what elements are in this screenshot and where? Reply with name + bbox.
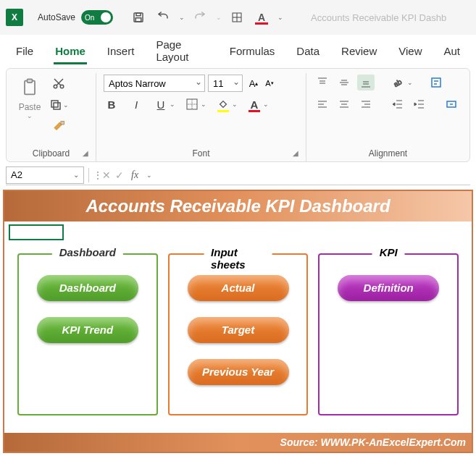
formula-input[interactable] bbox=[152, 166, 470, 184]
ribbon: Paste ⌄ ⌄ Clipboard◢ A▴ A▾ B bbox=[6, 68, 470, 162]
borders-caret[interactable]: ⌄ bbox=[201, 101, 206, 108]
redo-icon[interactable] bbox=[191, 8, 209, 27]
name-box[interactable]: A2⌄ bbox=[6, 166, 84, 184]
cell-reference: A2 bbox=[11, 169, 22, 180]
group-clipboard: Paste ⌄ ⌄ Clipboard◢ bbox=[7, 73, 96, 161]
enter-formula-icon[interactable]: ✓ bbox=[115, 169, 124, 181]
font-color-caret[interactable]: ⌄ bbox=[263, 101, 269, 108]
cancel-formula-icon[interactable]: ✕ bbox=[102, 169, 111, 181]
button-kpi-trend[interactable]: KPI Trend bbox=[37, 317, 138, 343]
card-kpi: KPI Definition bbox=[318, 253, 459, 415]
align-bottom-icon[interactable] bbox=[357, 75, 375, 90]
document-title: Accounts Receivable KPI Dashb bbox=[311, 12, 446, 23]
svg-rect-1 bbox=[136, 13, 141, 16]
copy-icon[interactable]: ⌄ bbox=[49, 96, 69, 114]
paste-caret[interactable]: ⌄ bbox=[27, 112, 33, 119]
decrease-indent-icon[interactable] bbox=[389, 96, 406, 112]
align-center-icon[interactable] bbox=[335, 96, 353, 112]
fx-icon[interactable]: fx bbox=[131, 169, 138, 181]
increase-indent-icon[interactable] bbox=[411, 96, 428, 112]
alignment-group-label: Alignment bbox=[314, 145, 462, 160]
paste-icon bbox=[18, 75, 41, 101]
font-size-select[interactable] bbox=[208, 75, 243, 92]
button-actual[interactable]: Actual bbox=[188, 275, 289, 301]
svg-rect-2 bbox=[135, 18, 141, 22]
orientation-icon[interactable]: ab bbox=[389, 75, 406, 90]
tab-page-layout[interactable]: Page Layout bbox=[154, 31, 209, 70]
autosave-state: On bbox=[85, 14, 94, 22]
underline-button[interactable]: U bbox=[153, 96, 169, 112]
wrap-text-icon[interactable] bbox=[427, 75, 445, 90]
font-color-qat-caret[interactable]: ⌄ bbox=[277, 14, 283, 21]
menu-tabs: File Home Insert Page Layout Formulas Da… bbox=[0, 35, 476, 67]
formula-bar: A2⌄ ⋮ ✕ ✓ fx ⌄ bbox=[6, 165, 470, 185]
dashboard-footer: Source: WWW.PK-AnExcelExpert.Com bbox=[4, 433, 472, 452]
button-definition[interactable]: Definition bbox=[338, 275, 439, 301]
autosave-toggle[interactable]: On bbox=[81, 10, 113, 25]
decrease-font-icon[interactable]: A▾ bbox=[262, 75, 277, 92]
tab-home[interactable]: Home bbox=[54, 38, 87, 64]
tab-file[interactable]: File bbox=[14, 38, 35, 64]
fill-color-icon[interactable] bbox=[215, 96, 231, 112]
group-font: A▴ A▾ B I U⌄ ⌄ ⌄ A⌄ Font◢ bbox=[96, 73, 306, 161]
fill-color-caret[interactable]: ⌄ bbox=[232, 101, 238, 108]
card-title-dashboard: Dashboard bbox=[52, 246, 123, 258]
button-dashboard[interactable]: Dashboard bbox=[37, 275, 138, 301]
tab-insert[interactable]: Insert bbox=[106, 38, 136, 64]
tab-view[interactable]: View bbox=[397, 38, 423, 64]
orientation-caret[interactable]: ⌄ bbox=[407, 79, 413, 86]
clipboard-launcher-icon[interactable]: ◢ bbox=[83, 149, 88, 157]
cut-icon[interactable] bbox=[49, 75, 69, 92]
svg-rect-12 bbox=[54, 103, 60, 109]
svg-rect-14 bbox=[61, 122, 64, 125]
font-color-icon[interactable]: A bbox=[246, 96, 262, 112]
font-group-label: Font◢ bbox=[104, 145, 298, 160]
italic-button[interactable]: I bbox=[128, 96, 144, 112]
card-title-input: Input sheets bbox=[204, 246, 272, 271]
align-top-icon[interactable] bbox=[314, 75, 331, 90]
increase-font-icon[interactable]: A▴ bbox=[246, 75, 262, 92]
svg-rect-13 bbox=[51, 101, 58, 107]
tab-automate[interactable]: Aut bbox=[442, 38, 462, 64]
dashboard-banner: Accounts Receivable KPI Dashboard bbox=[4, 191, 472, 221]
card-area: Dashboard Dashboard KPI Trend Input shee… bbox=[4, 221, 472, 433]
bold-button[interactable]: B bbox=[104, 96, 120, 112]
button-target[interactable]: Target bbox=[188, 317, 289, 343]
svg-rect-28 bbox=[432, 78, 440, 87]
tab-review[interactable]: Review bbox=[340, 38, 378, 64]
undo-icon[interactable] bbox=[154, 8, 172, 27]
svg-text:ab: ab bbox=[392, 77, 404, 88]
align-left-icon[interactable] bbox=[314, 96, 331, 112]
font-launcher-icon[interactable]: ◢ bbox=[293, 149, 298, 157]
excel-logo: X bbox=[6, 9, 23, 26]
worksheet-canvas: Accounts Receivable KPI Dashboard Dashbo… bbox=[3, 190, 473, 453]
save-icon[interactable] bbox=[129, 8, 148, 27]
autosave-label: AutoSave bbox=[38, 12, 75, 22]
borders-qat-icon[interactable] bbox=[227, 8, 246, 27]
group-alignment: ab⌄ Alignment bbox=[306, 73, 469, 161]
clipboard-group-label: Clipboard◢ bbox=[14, 145, 88, 160]
selected-cell[interactable] bbox=[9, 224, 64, 240]
borders-icon[interactable] bbox=[184, 96, 200, 112]
svg-rect-7 bbox=[28, 79, 33, 83]
card-title-kpi: KPI bbox=[372, 246, 405, 258]
font-color-qat-icon[interactable]: A bbox=[252, 8, 271, 27]
tab-data[interactable]: Data bbox=[295, 38, 321, 64]
tab-formulas[interactable]: Formulas bbox=[228, 38, 277, 64]
fx-caret[interactable]: ⌄ bbox=[146, 172, 152, 179]
redo-caret[interactable]: ⌄ bbox=[216, 14, 222, 21]
button-previous-year[interactable]: Previous Year bbox=[188, 359, 289, 385]
align-middle-icon[interactable] bbox=[335, 75, 353, 90]
merge-center-icon[interactable] bbox=[443, 96, 460, 112]
title-bar: X AutoSave On ⌄ ⌄ A ⌄ Accounts Receivabl… bbox=[0, 0, 476, 35]
paste-button[interactable]: Paste ⌄ bbox=[14, 75, 46, 145]
toggle-knob bbox=[101, 12, 111, 22]
card-input-sheets: Input sheets Actual Target Previous Year bbox=[168, 253, 309, 415]
underline-caret[interactable]: ⌄ bbox=[170, 101, 175, 108]
font-name-select[interactable] bbox=[104, 75, 205, 92]
align-right-icon[interactable] bbox=[357, 96, 375, 112]
name-box-caret[interactable]: ⌄ bbox=[73, 171, 79, 179]
undo-caret[interactable]: ⌄ bbox=[179, 14, 185, 21]
format-painter-icon[interactable] bbox=[49, 118, 69, 135]
paste-label: Paste bbox=[19, 102, 41, 112]
